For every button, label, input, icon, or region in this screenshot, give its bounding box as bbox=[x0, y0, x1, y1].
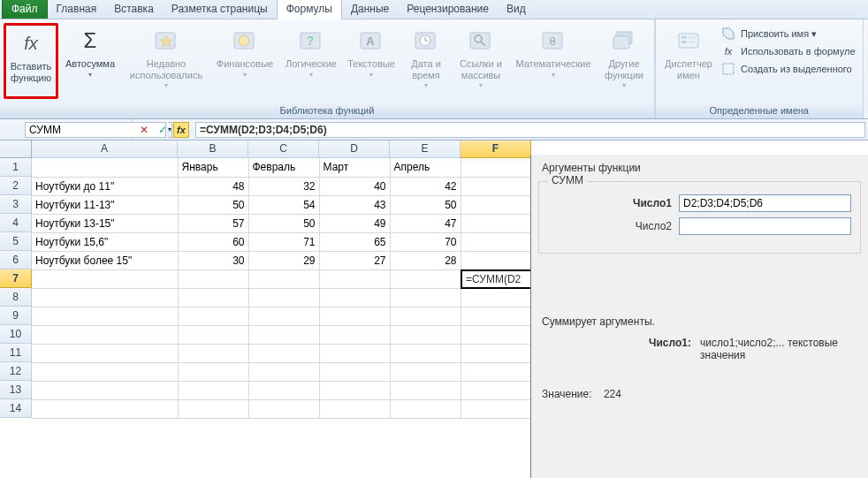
cell[interactable] bbox=[461, 399, 531, 418]
cell[interactable] bbox=[319, 325, 390, 344]
cell[interactable] bbox=[461, 362, 531, 381]
cell[interactable]: 71 bbox=[248, 232, 319, 251]
arg1-input[interactable] bbox=[679, 194, 851, 212]
cell[interactable] bbox=[461, 214, 531, 232]
cell[interactable] bbox=[319, 381, 390, 399]
cell[interactable]: 60 bbox=[178, 232, 248, 251]
cell[interactable] bbox=[248, 269, 319, 288]
cell[interactable]: 47 bbox=[390, 214, 461, 232]
cell[interactable]: 54 bbox=[248, 195, 319, 214]
assign-name-button[interactable]: Присвоить имя ▾ bbox=[721, 27, 856, 41]
cell[interactable] bbox=[461, 381, 531, 399]
cell[interactable]: 32 bbox=[248, 177, 319, 195]
math-button[interactable]: θ Математические ▾ bbox=[509, 23, 598, 99]
cancel-formula-button[interactable]: ✕ bbox=[136, 122, 152, 138]
cell[interactable] bbox=[461, 344, 531, 362]
autosum-button[interactable]: Σ Автосумма ▾ bbox=[58, 23, 122, 99]
cell[interactable]: 27 bbox=[319, 251, 390, 269]
insert-function-small-button[interactable]: fx bbox=[173, 122, 189, 138]
cell[interactable]: Ноутбуки 15,6" bbox=[32, 232, 178, 251]
tab-formulas[interactable]: Формулы bbox=[277, 0, 342, 19]
cell[interactable] bbox=[248, 307, 319, 325]
cell[interactable] bbox=[32, 362, 178, 381]
formula-input[interactable]: =СУММ(D2;D3;D4;D5;D6) bbox=[195, 122, 865, 138]
recently-used-button[interactable]: Недавно использовались ▾ bbox=[122, 23, 210, 99]
use-in-formula-button[interactable]: fx Использовать в формуле bbox=[721, 44, 856, 58]
cell[interactable] bbox=[319, 307, 390, 325]
cell[interactable]: Январь bbox=[178, 158, 248, 177]
cell[interactable] bbox=[178, 269, 248, 288]
cell[interactable] bbox=[319, 344, 390, 362]
cell[interactable]: 43 bbox=[319, 195, 390, 214]
cell[interactable] bbox=[461, 232, 531, 251]
cell[interactable] bbox=[319, 362, 390, 381]
cell[interactable] bbox=[32, 381, 178, 399]
cell[interactable] bbox=[248, 362, 319, 381]
row-header[interactable]: 4 bbox=[0, 214, 32, 232]
cell[interactable] bbox=[178, 362, 248, 381]
cell[interactable] bbox=[461, 307, 531, 325]
cell[interactable] bbox=[390, 344, 461, 362]
cell[interactable]: 48 bbox=[178, 177, 248, 195]
row-header[interactable]: 9 bbox=[0, 307, 32, 325]
tab-home[interactable]: Главная bbox=[48, 0, 106, 19]
cell[interactable] bbox=[461, 177, 531, 195]
cell[interactable] bbox=[390, 399, 461, 418]
tab-view[interactable]: Вид bbox=[498, 0, 535, 19]
tab-data[interactable]: Данные bbox=[342, 0, 398, 19]
cell[interactable] bbox=[178, 399, 248, 418]
active-cell[interactable]: =СУММ(D2 bbox=[461, 269, 540, 289]
select-all-cell[interactable] bbox=[0, 140, 32, 158]
col-header[interactable]: D bbox=[319, 140, 390, 158]
cell[interactable] bbox=[248, 399, 319, 418]
cell[interactable]: Апрель bbox=[390, 158, 461, 177]
cell[interactable] bbox=[390, 307, 461, 325]
cell[interactable] bbox=[390, 325, 461, 344]
cell[interactable]: 65 bbox=[319, 232, 390, 251]
row-header[interactable]: 11 bbox=[0, 344, 32, 362]
arg2-input[interactable] bbox=[679, 217, 851, 235]
cell[interactable] bbox=[32, 269, 178, 288]
cell[interactable]: 42 bbox=[390, 177, 461, 195]
insert-function-button[interactable]: fx Вставить функцию bbox=[4, 23, 58, 99]
cell[interactable] bbox=[390, 288, 461, 307]
cell[interactable] bbox=[319, 269, 390, 288]
cell[interactable] bbox=[32, 399, 178, 418]
cell[interactable]: 28 bbox=[390, 251, 461, 269]
other-functions-button[interactable]: Другие функции ▾ bbox=[598, 23, 651, 99]
cell[interactable] bbox=[461, 251, 531, 269]
row-header[interactable]: 13 bbox=[0, 381, 32, 399]
cell[interactable] bbox=[32, 288, 178, 307]
cell[interactable] bbox=[319, 399, 390, 418]
cell[interactable] bbox=[178, 381, 248, 399]
cell[interactable] bbox=[248, 381, 319, 399]
cell[interactable]: 29 bbox=[248, 251, 319, 269]
cell[interactable]: Ноутбуки 13-15" bbox=[32, 214, 178, 232]
tab-page-layout[interactable]: Разметка страницы bbox=[163, 0, 277, 19]
tab-insert[interactable]: Вставка bbox=[105, 0, 163, 19]
row-header[interactable]: 7 bbox=[0, 269, 32, 288]
cell[interactable]: Февраль bbox=[248, 158, 319, 177]
cell[interactable]: 57 bbox=[178, 214, 248, 232]
cell[interactable]: 50 bbox=[248, 214, 319, 232]
datetime-button[interactable]: Дата и время ▾ bbox=[400, 23, 453, 99]
cell[interactable] bbox=[390, 269, 461, 288]
cell[interactable] bbox=[461, 288, 531, 307]
cell[interactable] bbox=[32, 325, 178, 344]
row-header[interactable]: 5 bbox=[0, 232, 32, 251]
cell[interactable] bbox=[178, 288, 248, 307]
row-header[interactable]: 3 bbox=[0, 195, 32, 214]
row-header[interactable]: 2 bbox=[0, 177, 32, 195]
cell[interactable] bbox=[178, 344, 248, 362]
cell[interactable] bbox=[248, 288, 319, 307]
spreadsheet-grid[interactable]: Январь Февраль Март Апрель Ноутбуки до 1… bbox=[32, 158, 532, 419]
row-header[interactable]: 1 bbox=[0, 158, 32, 177]
row-header[interactable]: 12 bbox=[0, 362, 32, 381]
cell[interactable] bbox=[248, 344, 319, 362]
cell[interactable]: 50 bbox=[178, 195, 248, 214]
row-header[interactable]: 8 bbox=[0, 288, 32, 307]
cell[interactable] bbox=[248, 325, 319, 344]
col-header[interactable]: B bbox=[178, 140, 248, 158]
logical-button[interactable]: ? Логические ▾ bbox=[279, 23, 343, 99]
enter-formula-button[interactable]: ✓ bbox=[155, 122, 171, 138]
